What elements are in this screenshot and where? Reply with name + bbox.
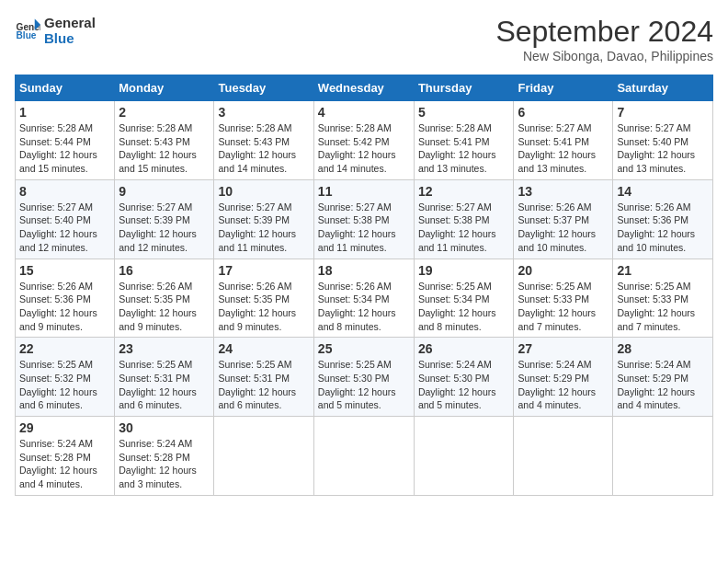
calendar-cell: 20 Sunrise: 5:25 AMSunset: 5:33 PMDaylig… [514,259,613,338]
cell-info: Sunrise: 5:24 AMSunset: 5:30 PMDaylight:… [418,358,510,412]
cell-info: Sunrise: 5:24 AMSunset: 5:29 PMDaylight:… [518,358,609,412]
cell-day-number: 27 [518,341,609,356]
cell-day-number: 3 [218,105,309,120]
cell-info: Sunrise: 5:27 AMSunset: 5:40 PMDaylight:… [617,121,709,176]
cell-day-number: 24 [218,341,309,356]
calendar-cell: 30 Sunrise: 5:24 AMSunset: 5:28 PMDaylig… [115,417,214,496]
cell-info: Sunrise: 5:26 AMSunset: 5:34 PMDaylight:… [318,280,410,334]
calendar-cell: 25 Sunrise: 5:25 AMSunset: 5:30 PMDaylig… [313,338,414,417]
cell-info: Sunrise: 5:27 AMSunset: 5:40 PMDaylight:… [19,201,110,255]
calendar-cell: 26 Sunrise: 5:24 AMSunset: 5:30 PMDaylig… [414,338,514,417]
cell-info: Sunrise: 5:25 AMSunset: 5:30 PMDaylight:… [318,358,410,412]
cell-info: Sunrise: 5:26 AMSunset: 5:36 PMDaylight:… [19,280,110,334]
cell-day-number: 9 [119,184,210,199]
cell-day-number: 30 [119,420,210,435]
cell-day-number: 11 [318,184,410,199]
header-cell-sunday: Sunday [16,75,115,101]
cell-info: Sunrise: 5:27 AMSunset: 5:38 PMDaylight:… [318,201,410,255]
header-cell-thursday: Thursday [414,75,514,101]
cell-info: Sunrise: 5:26 AMSunset: 5:35 PMDaylight:… [218,280,309,334]
calendar-cell [214,417,313,496]
cell-day-number: 10 [218,184,309,199]
calendar-week-row: 15 Sunrise: 5:26 AMSunset: 5:36 PMDaylig… [16,259,713,338]
cell-info: Sunrise: 5:26 AMSunset: 5:36 PMDaylight:… [617,201,709,255]
header-cell-tuesday: Tuesday [214,75,313,101]
calendar-cell: 14 Sunrise: 5:26 AMSunset: 5:36 PMDaylig… [613,179,713,259]
calendar-cell [414,417,514,496]
cell-info: Sunrise: 5:28 AMSunset: 5:44 PMDaylight:… [19,121,110,176]
cell-day-number: 16 [119,263,210,278]
cell-info: Sunrise: 5:28 AMSunset: 5:43 PMDaylight:… [119,121,210,176]
cell-info: Sunrise: 5:24 AMSunset: 5:28 PMDaylight:… [119,437,210,491]
calendar-week-row: 1 Sunrise: 5:28 AMSunset: 5:44 PMDayligh… [16,101,713,180]
cell-day-number: 28 [617,341,709,356]
calendar-cell: 21 Sunrise: 5:25 AMSunset: 5:33 PMDaylig… [613,259,713,338]
cell-info: Sunrise: 5:25 AMSunset: 5:34 PMDaylight:… [418,280,510,334]
cell-info: Sunrise: 5:28 AMSunset: 5:42 PMDaylight:… [318,121,410,176]
calendar-cell: 6 Sunrise: 5:27 AMSunset: 5:41 PMDayligh… [514,101,613,180]
cell-day-number: 4 [318,105,410,120]
cell-info: Sunrise: 5:27 AMSunset: 5:38 PMDaylight:… [418,201,510,255]
calendar-cell: 16 Sunrise: 5:26 AMSunset: 5:35 PMDaylig… [115,259,214,338]
calendar-cell: 4 Sunrise: 5:28 AMSunset: 5:42 PMDayligh… [313,101,414,180]
cell-day-number: 20 [518,263,609,278]
calendar-week-row: 8 Sunrise: 5:27 AMSunset: 5:40 PMDayligh… [16,179,713,259]
calendar-cell: 23 Sunrise: 5:25 AMSunset: 5:31 PMDaylig… [115,338,214,417]
cell-info: Sunrise: 5:24 AMSunset: 5:29 PMDaylight:… [617,358,709,412]
calendar-cell: 19 Sunrise: 5:25 AMSunset: 5:34 PMDaylig… [414,259,514,338]
calendar-cell: 12 Sunrise: 5:27 AMSunset: 5:38 PMDaylig… [414,179,514,259]
cell-day-number: 13 [518,184,609,199]
cell-day-number: 18 [318,263,410,278]
cell-day-number: 1 [19,105,110,120]
cell-day-number: 15 [19,263,110,278]
cell-day-number: 5 [418,105,510,120]
calendar-cell: 17 Sunrise: 5:26 AMSunset: 5:35 PMDaylig… [214,259,313,338]
calendar-cell: 5 Sunrise: 5:28 AMSunset: 5:41 PMDayligh… [414,101,514,180]
cell-day-number: 22 [19,341,110,356]
calendar-cell: 3 Sunrise: 5:28 AMSunset: 5:43 PMDayligh… [214,101,313,180]
cell-info: Sunrise: 5:25 AMSunset: 5:32 PMDaylight:… [19,358,110,412]
cell-day-number: 21 [617,263,709,278]
header-cell-saturday: Saturday [613,75,713,101]
calendar-cell: 18 Sunrise: 5:26 AMSunset: 5:34 PMDaylig… [313,259,414,338]
cell-info: Sunrise: 5:27 AMSunset: 5:41 PMDaylight:… [518,121,609,176]
cell-day-number: 2 [119,105,210,120]
cell-info: Sunrise: 5:25 AMSunset: 5:31 PMDaylight:… [218,358,309,412]
header: General Blue GeneralBlue September 2024 … [15,15,713,63]
calendar-week-row: 29 Sunrise: 5:24 AMSunset: 5:28 PMDaylig… [16,417,713,496]
cell-day-number: 6 [518,105,609,120]
cell-info: Sunrise: 5:24 AMSunset: 5:28 PMDaylight:… [19,437,110,491]
calendar-table: SundayMondayTuesdayWednesdayThursdayFrid… [15,75,713,496]
calendar-cell: 27 Sunrise: 5:24 AMSunset: 5:29 PMDaylig… [514,338,613,417]
cell-info: Sunrise: 5:27 AMSunset: 5:39 PMDaylight:… [218,201,309,255]
location-title: New Sibonga, Davao, Philippines [495,49,713,63]
header-cell-friday: Friday [514,75,613,101]
cell-day-number: 23 [119,341,210,356]
calendar-cell: 29 Sunrise: 5:24 AMSunset: 5:28 PMDaylig… [16,417,115,496]
title-area: September 2024 New Sibonga, Davao, Phili… [495,15,713,63]
calendar-cell: 11 Sunrise: 5:27 AMSunset: 5:38 PMDaylig… [313,179,414,259]
header-cell-wednesday: Wednesday [313,75,414,101]
calendar-header-row: SundayMondayTuesdayWednesdayThursdayFrid… [16,75,713,101]
month-title: September 2024 [495,15,713,49]
calendar-week-row: 22 Sunrise: 5:25 AMSunset: 5:32 PMDaylig… [16,338,713,417]
calendar-cell: 1 Sunrise: 5:28 AMSunset: 5:44 PMDayligh… [16,101,115,180]
calendar-cell: 10 Sunrise: 5:27 AMSunset: 5:39 PMDaylig… [214,179,313,259]
cell-day-number: 29 [19,420,110,435]
cell-day-number: 12 [418,184,510,199]
cell-info: Sunrise: 5:27 AMSunset: 5:39 PMDaylight:… [119,201,210,255]
calendar-cell: 9 Sunrise: 5:27 AMSunset: 5:39 PMDayligh… [115,179,214,259]
cell-day-number: 25 [318,341,410,356]
cell-info: Sunrise: 5:28 AMSunset: 5:43 PMDaylight:… [218,121,309,176]
cell-info: Sunrise: 5:26 AMSunset: 5:35 PMDaylight:… [119,280,210,334]
calendar-cell [313,417,414,496]
cell-day-number: 17 [218,263,309,278]
calendar-cell: 13 Sunrise: 5:26 AMSunset: 5:37 PMDaylig… [514,179,613,259]
cell-day-number: 14 [617,184,709,199]
logo: General Blue GeneralBlue [15,15,96,46]
logo-text: GeneralBlue [44,15,96,46]
calendar-cell [514,417,613,496]
svg-text:Blue: Blue [17,30,37,40]
cell-day-number: 19 [418,263,510,278]
calendar-cell: 22 Sunrise: 5:25 AMSunset: 5:32 PMDaylig… [16,338,115,417]
